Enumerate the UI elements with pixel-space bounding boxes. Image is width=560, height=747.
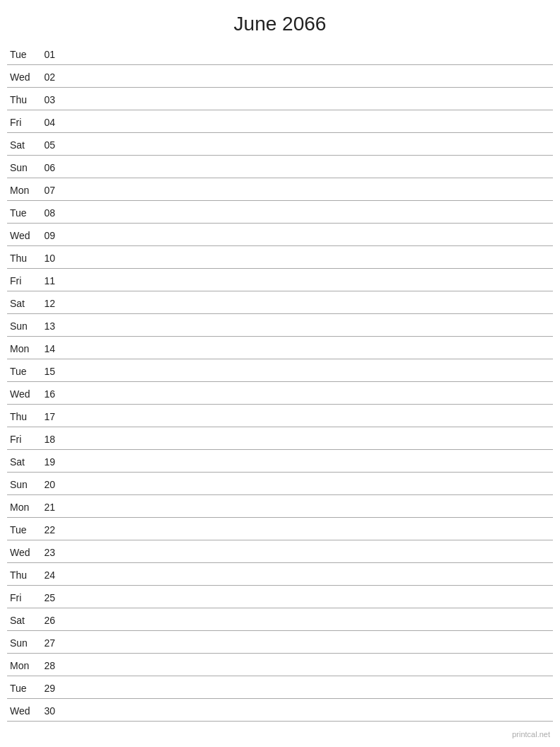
day-name: Wed	[7, 705, 41, 717]
day-name: Wed	[7, 230, 41, 241]
day-row[interactable]: Thu17	[7, 405, 553, 427]
day-row[interactable]: Mon14	[7, 337, 553, 359]
day-number: 16	[41, 388, 61, 400]
day-row[interactable]: Mon21	[7, 495, 553, 518]
day-line	[61, 76, 553, 77]
day-number: 20	[41, 479, 61, 490]
day-number: 18	[41, 434, 61, 445]
day-number: 22	[41, 524, 61, 535]
calendar-list: Tue01Wed02Thu03Fri04Sat05Sun06Mon07Tue08…	[0, 42, 560, 722]
day-row[interactable]: Mon28	[7, 654, 553, 676]
day-number: 30	[41, 705, 61, 717]
day-row[interactable]: Sun20	[7, 473, 553, 495]
day-row[interactable]: Sun06	[7, 156, 553, 178]
day-name: Sat	[7, 298, 41, 309]
day-name: Tue	[7, 207, 41, 219]
day-row[interactable]: Sat26	[7, 608, 553, 631]
day-row[interactable]: Fri25	[7, 586, 553, 608]
page-title: June 2066	[0, 0, 560, 42]
day-row[interactable]: Fri11	[7, 269, 553, 291]
day-name: Mon	[7, 660, 41, 671]
day-number: 24	[41, 569, 61, 581]
day-row[interactable]: Wed16	[7, 382, 553, 405]
day-line	[61, 552, 553, 552]
day-row[interactable]: Tue22	[7, 518, 553, 540]
day-name: Fri	[7, 275, 41, 286]
day-line	[61, 461, 553, 462]
day-number: 27	[41, 637, 61, 649]
day-row[interactable]: Sun13	[7, 314, 553, 337]
day-number: 07	[41, 185, 61, 196]
day-row[interactable]: Thu10	[7, 246, 553, 269]
day-line	[61, 371, 553, 371]
day-number: 09	[41, 230, 61, 241]
day-name: Sat	[7, 615, 41, 626]
day-row[interactable]: Tue15	[7, 359, 553, 382]
day-name: Thu	[7, 253, 41, 264]
day-number: 23	[41, 547, 61, 558]
day-name: Sun	[7, 479, 41, 490]
day-row[interactable]: Tue29	[7, 676, 553, 699]
day-number: 29	[41, 683, 61, 694]
day-number: 21	[41, 502, 61, 513]
day-name: Tue	[7, 49, 41, 60]
day-row[interactable]: Tue08	[7, 201, 553, 224]
day-name: Fri	[7, 117, 41, 128]
day-row[interactable]: Fri04	[7, 110, 553, 133]
day-line	[61, 257, 553, 258]
day-line	[61, 416, 553, 417]
day-line	[61, 597, 553, 598]
day-number: 25	[41, 592, 61, 603]
day-name: Mon	[7, 343, 41, 354]
day-line	[61, 439, 553, 439]
day-number: 13	[41, 320, 61, 332]
day-name: Sat	[7, 139, 41, 151]
day-number: 10	[41, 253, 61, 264]
day-row[interactable]: Sat05	[7, 133, 553, 156]
day-row[interactable]: Mon07	[7, 178, 553, 201]
day-row[interactable]: Sat19	[7, 450, 553, 473]
day-line	[61, 393, 553, 394]
day-name: Thu	[7, 569, 41, 581]
day-row[interactable]: Wed30	[7, 699, 553, 722]
day-name: Fri	[7, 592, 41, 603]
day-row[interactable]: Thu24	[7, 563, 553, 586]
day-row[interactable]: Wed23	[7, 540, 553, 563]
day-line	[61, 529, 553, 530]
day-row[interactable]: Fri18	[7, 427, 553, 450]
day-row[interactable]: Thu03	[7, 88, 553, 110]
day-row[interactable]: Wed09	[7, 224, 553, 246]
day-line	[61, 710, 553, 711]
day-line	[61, 54, 553, 54]
day-name: Wed	[7, 71, 41, 83]
day-line	[61, 688, 553, 688]
day-line	[61, 642, 553, 643]
day-number: 19	[41, 456, 61, 468]
day-row[interactable]: Sun27	[7, 631, 553, 654]
day-number: 14	[41, 343, 61, 354]
day-row[interactable]: Tue01	[7, 42, 553, 65]
day-line	[61, 167, 553, 168]
day-number: 15	[41, 366, 61, 377]
day-line	[61, 99, 553, 100]
day-name: Thu	[7, 94, 41, 105]
day-line	[61, 235, 553, 236]
day-row[interactable]: Sat12	[7, 291, 553, 314]
day-name: Sun	[7, 637, 41, 649]
day-number: 01	[41, 49, 61, 60]
day-name: Tue	[7, 524, 41, 535]
day-line	[61, 212, 553, 213]
day-number: 06	[41, 162, 61, 173]
day-line	[61, 506, 553, 507]
day-number: 28	[41, 660, 61, 671]
day-number: 04	[41, 117, 61, 128]
day-line	[61, 665, 553, 666]
day-line	[61, 620, 553, 620]
day-line	[61, 574, 553, 575]
day-number: 03	[41, 94, 61, 105]
watermark: printcal.net	[512, 730, 550, 739]
day-number: 11	[41, 275, 61, 286]
day-name: Wed	[7, 388, 41, 400]
day-row[interactable]: Wed02	[7, 65, 553, 88]
day-number: 26	[41, 615, 61, 626]
